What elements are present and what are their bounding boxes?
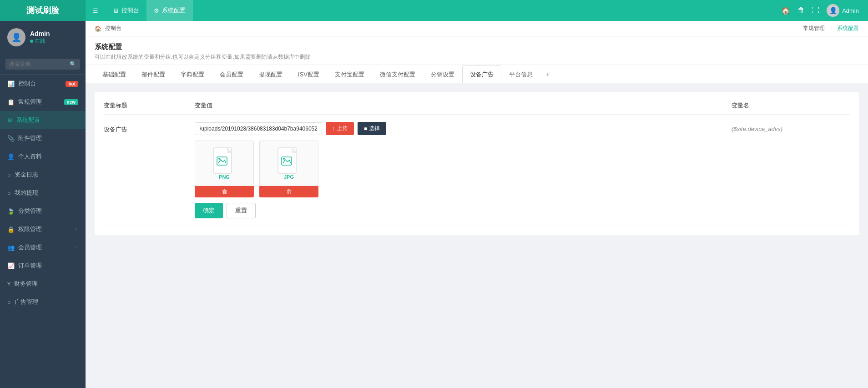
png-file-icon bbox=[212, 147, 236, 174]
file-path-input[interactable] bbox=[195, 122, 322, 135]
upload-input-row: ↑ 上传 ■ 选择 bbox=[195, 122, 732, 135]
upload-button[interactable]: ↑ 上传 bbox=[326, 122, 354, 135]
nav-item-menu[interactable]: ☰ bbox=[86, 0, 106, 21]
sidebar-user-info: Admin 在线 bbox=[30, 30, 50, 45]
sidebar-item-profile[interactable]: 👤 个人资料 bbox=[0, 147, 86, 166]
table-header: 变量标题 变量值 变量名 bbox=[104, 101, 850, 115]
sidebar-item-withdraw[interactable]: ○ 我的提现 bbox=[0, 184, 86, 202]
sidebar-item-system[interactable]: ⚙ 系统配置 bbox=[0, 111, 86, 129]
permission-icon: 🔒 bbox=[7, 226, 15, 233]
tabs-bar: 基础配置 邮件配置 字典配置 会员配置 提现配置 ISV配置 支付宝配置 微信支… bbox=[86, 65, 868, 83]
content-area: 🏠 控制台 常规管理 | 系统配置 系统配置 可以在此填改系统的变量和分组,也可… bbox=[86, 21, 868, 388]
funds-icon: ○ bbox=[7, 171, 11, 178]
reset-button[interactable]: 重置 bbox=[227, 203, 256, 218]
top-nav: 测试刷脸 ☰ 🖥 控制台 ⚙ 系统配置 🏠 🗑 ⛶ 👤 Admin bbox=[0, 0, 868, 21]
jpg-label: JPG bbox=[284, 174, 294, 180]
col-title-header: 变量标题 bbox=[104, 101, 195, 110]
sidebar-item-funds[interactable]: ○ 资金日志 bbox=[0, 166, 86, 184]
sidebar-item-order[interactable]: 📈 订单管理 bbox=[0, 257, 86, 275]
sidebar-search-wrap: 🔍 bbox=[5, 59, 80, 70]
search-icon: 🔍 bbox=[70, 61, 76, 67]
sidebar-user: 👤 Admin 在线 bbox=[0, 21, 86, 54]
confirm-button[interactable]: 确定 bbox=[195, 203, 223, 218]
attachment-icon: 📎 bbox=[7, 135, 15, 142]
jpg-file-icon bbox=[277, 147, 301, 174]
sidebar-search-section: 🔍 bbox=[0, 54, 86, 75]
select-icon: ■ bbox=[364, 126, 367, 132]
nav-item-system-config[interactable]: ⚙ 系统配置 bbox=[146, 0, 193, 21]
fullscreen-icon[interactable]: ⛶ bbox=[812, 6, 819, 15]
general-icon: 📋 bbox=[7, 99, 15, 106]
profile-icon: 👤 bbox=[7, 153, 15, 160]
select-button[interactable]: ■ 选择 bbox=[358, 122, 386, 135]
breadcrumb-home-icon: 🏠 bbox=[95, 25, 101, 32]
page-title: 系统配置 bbox=[95, 43, 859, 51]
admin-info[interactable]: 👤 Admin bbox=[827, 4, 859, 17]
tab-platform[interactable]: 平台信息 bbox=[501, 66, 540, 83]
tab-alipay[interactable]: 支付宝配置 bbox=[327, 66, 372, 83]
header-link-general[interactable]: 常规管理 bbox=[803, 25, 825, 32]
tab-withdraw[interactable]: 提现配置 bbox=[251, 66, 290, 83]
search-input[interactable] bbox=[5, 59, 80, 70]
var-label: 设备广告 bbox=[104, 122, 195, 134]
nav-item-dashboard[interactable]: 🖥 控制台 bbox=[106, 0, 146, 21]
action-buttons: 确定 重置 bbox=[195, 203, 732, 218]
sidebar-item-general[interactable]: 📋 常规管理 new bbox=[0, 93, 86, 111]
page-desc: 可以在此填改系统的变量和分组,也可以自定义分组和变量,如果需要删除请从数据库中删… bbox=[95, 53, 859, 61]
order-icon: 📈 bbox=[7, 262, 15, 269]
new-badge: new bbox=[64, 99, 78, 105]
category-icon: 🍃 bbox=[7, 208, 15, 215]
delete-png-button[interactable]: 🗑 bbox=[195, 186, 254, 197]
tab-dict[interactable]: 字典配置 bbox=[173, 66, 212, 83]
col-name-header: 变量名 bbox=[732, 101, 850, 110]
sidebar: 👤 Admin 在线 🔍 📊 控制台 hot bbox=[0, 21, 86, 388]
member-icon: 👥 bbox=[7, 244, 15, 251]
ads-icon: ○ bbox=[7, 299, 11, 306]
system-icon: ⚙ bbox=[7, 117, 13, 124]
svg-point-5 bbox=[283, 158, 285, 160]
image-preview-png: PNG 🗑 bbox=[195, 141, 254, 197]
arrow-icon-member: ﹤ bbox=[74, 244, 78, 251]
tab-fxsettings[interactable]: 分销设置 bbox=[423, 66, 462, 83]
col-value-header: 变量值 bbox=[195, 101, 732, 110]
trash-png-icon: 🗑 bbox=[222, 188, 227, 195]
image-preview-jpg: JPG 🗑 bbox=[259, 141, 318, 197]
sidebar-item-dashboard[interactable]: 📊 控制台 hot bbox=[0, 75, 86, 93]
table-row: 设备广告 ↑ 上传 ■ 选择 bbox=[104, 115, 850, 226]
sidebar-status: 在线 bbox=[30, 37, 50, 45]
content-header: 🏠 控制台 常规管理 | 系统配置 bbox=[86, 21, 868, 36]
header-right-links: 常规管理 | 系统配置 bbox=[803, 25, 859, 32]
trash-icon[interactable]: 🗑 bbox=[797, 6, 805, 15]
tab-add-button[interactable]: + bbox=[540, 66, 555, 83]
sidebar-username: Admin bbox=[30, 30, 50, 37]
tab-member[interactable]: 会员配置 bbox=[212, 66, 251, 83]
tab-wxpay[interactable]: 微信支付配置 bbox=[372, 66, 423, 83]
upload-icon: ↑ bbox=[332, 126, 335, 132]
top-nav-items: ☰ 🖥 控制台 ⚙ 系统配置 bbox=[86, 0, 781, 21]
sidebar-item-permission[interactable]: 🔒 权限管理 ﹤ bbox=[0, 220, 86, 238]
status-dot bbox=[30, 40, 33, 43]
top-nav-right: 🏠 🗑 ⛶ 👤 Admin bbox=[781, 4, 868, 17]
tab-device-ad[interactable]: 设备广告 bbox=[462, 66, 501, 83]
sidebar-item-member[interactable]: 👥 会员管理 ﹤ bbox=[0, 238, 86, 257]
tab-mail[interactable]: 邮件配置 bbox=[134, 66, 173, 83]
content-body: 变量标题 变量值 变量名 设备广告 ↑ bbox=[86, 83, 868, 388]
var-value: ↑ 上传 ■ 选择 bbox=[195, 122, 732, 218]
arrow-icon: ﹤ bbox=[74, 226, 78, 232]
sidebar-item-category[interactable]: 🍃 分类管理 bbox=[0, 202, 86, 220]
header-link-system[interactable]: 系统配置 bbox=[837, 25, 859, 32]
tab-isv[interactable]: ISV配置 bbox=[290, 66, 327, 83]
sidebar-item-ads[interactable]: ○ 广告管理 bbox=[0, 293, 86, 311]
main-layout: 👤 Admin 在线 🔍 📊 控制台 hot bbox=[0, 21, 868, 388]
tab-basic[interactable]: 基础配置 bbox=[95, 66, 134, 83]
var-table: 变量标题 变量值 变量名 设备广告 ↑ bbox=[104, 101, 850, 226]
sidebar-item-finance[interactable]: ¥ 财务管理 bbox=[0, 275, 86, 293]
home-icon[interactable]: 🏠 bbox=[781, 6, 790, 15]
var-name: {$site.device_advs} bbox=[732, 122, 850, 132]
dashboard-icon: 🖥 bbox=[113, 7, 119, 14]
dashboard-icon: 📊 bbox=[7, 81, 15, 87]
delete-jpg-button[interactable]: 🗑 bbox=[259, 186, 318, 197]
finance-icon: ¥ bbox=[7, 281, 10, 287]
sidebar-item-attachment[interactable]: 📎 附件管理 bbox=[0, 129, 86, 147]
image-previews: PNG 🗑 bbox=[195, 141, 732, 197]
